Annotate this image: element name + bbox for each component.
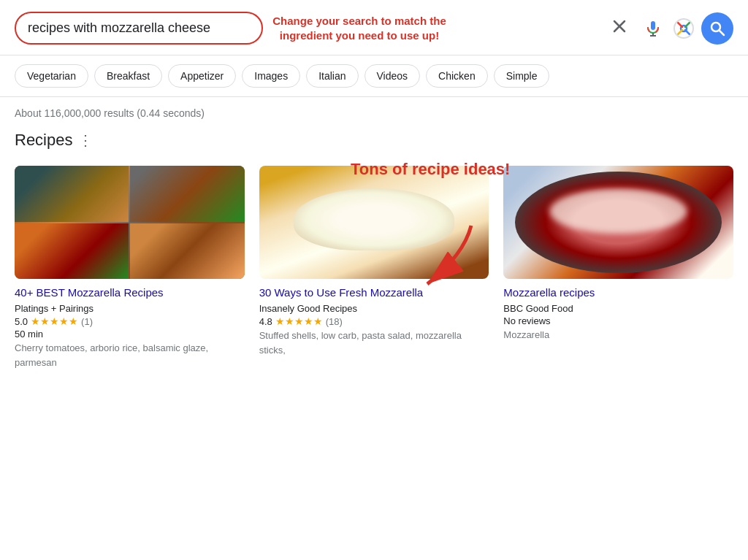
more-options-icon[interactable]: ⋮ [78,131,93,149]
recipe-time-1: 50 min [15,329,245,340]
search-icons [606,12,733,45]
section-title: Recipes [15,131,72,150]
recipe-count-2: (18) [326,316,343,327]
search-icon [709,20,725,37]
main-content: Tons of recipe ideas! Recipes ⋮ 40+ BEST… [0,123,748,384]
recipe-title-1[interactable]: 40+ BEST Mozzarella Recipes [15,285,245,300]
recipe-rating-value-2: 4.8 [259,316,272,327]
recipe-rating-2: 4.8 ★★★★★ (18) [259,315,489,327]
filter-chips: Vegetarian Breakfast Appetizer Images It… [0,55,748,97]
promo-area: Tons of recipe ideas! [351,160,510,179]
recipe-card-3: Mozzarella recipes BBC Good Food No revi… [503,166,733,369]
chip-images[interactable]: Images [242,64,300,88]
search-hint: Change your search to match the ingredie… [272,14,447,42]
lens-icon [676,20,692,37]
recipe-rating-value-1: 5.0 [15,316,28,327]
search-box[interactable]: recipes with mozzarella cheese [15,12,263,45]
recipe-ingredients-3: Mozzarella [503,328,733,342]
recipe-ingredients-2: Stuffed shells, low carb, pasta salad, m… [259,329,489,357]
recipe-count-1: (1) [81,316,93,327]
svg-rect-2 [651,21,655,30]
chip-italian[interactable]: Italian [306,64,358,88]
recipe-stars-2: ★★★★★ [275,315,323,327]
search-input[interactable]: recipes with mozzarella cheese [28,20,250,36]
results-count: About 116,000,000 results (0.44 seconds) [0,97,748,123]
chip-vegetarian[interactable]: Vegetarian [15,64,88,88]
chip-simple[interactable]: Simple [494,64,550,88]
recipe-source-3: BBC Good Food [503,303,733,314]
chip-appetizer[interactable]: Appetizer [168,64,236,88]
recipe-image-1 [15,166,245,279]
recipe-image-3 [503,166,733,279]
recipe-rating-1: 5.0 ★★★★★ (1) [15,315,245,327]
chip-chicken[interactable]: Chicken [426,64,488,88]
lens-button[interactable] [673,18,694,39]
recipe-no-reviews-3: No reviews [503,315,733,326]
results-count-text: About 116,000,000 results (0.44 seconds) [15,107,205,119]
close-icon [613,20,626,37]
arrow-svg [405,218,493,306]
recipe-stars-1: ★★★★★ [31,315,78,327]
chip-videos[interactable]: Videos [365,64,421,88]
recipe-grid: 40+ BEST Mozzarella Recipes Platings + P… [15,166,733,369]
chip-breakfast[interactable]: Breakfast [94,64,162,88]
section-header: Recipes ⋮ [15,123,733,158]
promo-text: Tons of recipe ideas! [351,160,510,179]
recipe-title-3[interactable]: Mozzarella recipes [503,285,733,300]
search-button[interactable] [701,12,733,45]
svg-line-7 [720,30,725,35]
microphone-icon [644,20,662,37]
clear-button[interactable] [606,15,633,42]
search-area: recipes with mozzarella cheese Change yo… [0,0,748,55]
microphone-button[interactable] [640,15,666,42]
recipe-source-1: Platings + Pairings [15,303,245,314]
recipe-ingredients-1: Cherry tomatoes, arborio rice, balsamic … [15,341,245,369]
recipe-card-1: 40+ BEST Mozzarella Recipes Platings + P… [15,166,245,369]
